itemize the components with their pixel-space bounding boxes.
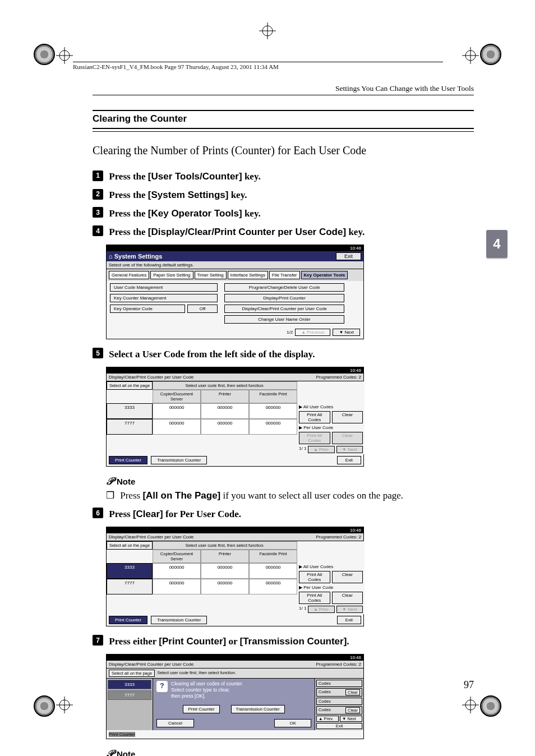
step-text: key.: [242, 208, 261, 219]
tab-paper-size[interactable]: Paper Size Setting: [150, 271, 193, 279]
page-indicator: 1/2: [287, 330, 293, 335]
clear-button[interactable]: Clear: [345, 689, 360, 695]
step-number-icon: 5: [93, 348, 103, 358]
user-code-row[interactable]: 7777: [107, 419, 153, 435]
binding-header: RussianC2-EN-sysF1_V4_FM.book Page 97 Th…: [73, 62, 443, 70]
print-all-codes-button[interactable]: Print All Codes: [299, 432, 330, 444]
registration-crosshair: [462, 47, 479, 64]
clear-button[interactable]: Clear: [345, 707, 360, 713]
step-ui-ref: [Print Counter]: [159, 636, 226, 647]
counter-value: 000000: [201, 579, 249, 594]
select-all-button[interactable]: Select all on the page: [109, 670, 155, 677]
next-button[interactable]: ▼ Next: [340, 716, 362, 722]
select-all-button[interactable]: Select all on the page: [107, 381, 153, 390]
note-body: ❒ Press [All on The Page] if you want to…: [106, 490, 474, 503]
dialog-message: Clearing all user codes of counter.: [171, 681, 243, 687]
print-counter-button[interactable]: Print Counter: [183, 705, 219, 713]
screenshot-counter-per-user: 10:48 Display/Clear/Print Counter per Us…: [106, 367, 364, 467]
tab-general-features[interactable]: General Features: [109, 271, 149, 279]
user-code-row[interactable]: 7777: [108, 690, 151, 700]
step-text: Press the: [109, 190, 148, 200]
exit-button[interactable]: Exit: [316, 723, 362, 729]
next-button[interactable]: ▼ Next: [336, 606, 363, 613]
tab-file-transfer[interactable]: File Transfer: [269, 271, 299, 279]
note-text: Press: [120, 490, 142, 501]
clear-button[interactable]: Clear: [332, 592, 363, 604]
user-code-row-selected[interactable]: 3333: [108, 680, 151, 689]
next-button[interactable]: ▼ Next: [336, 446, 363, 453]
registration-target-tr: [480, 44, 501, 65]
cancel-button[interactable]: Cancel: [156, 719, 194, 727]
counter-value: 000000: [249, 403, 297, 419]
col-header: Copier/Document Server: [153, 390, 201, 403]
prev-button[interactable]: ▲ Prev.: [308, 606, 334, 613]
clock-text: 10:48: [350, 655, 361, 660]
col-header: Copier/Document Server: [153, 550, 201, 563]
counter-value: 000000: [201, 403, 249, 419]
step-text: for Per User Code.: [163, 509, 241, 519]
setting-display-print-counter[interactable]: Display/Print Counter: [224, 294, 344, 302]
step-ui-ref: [System Settings]: [148, 190, 229, 200]
setting-value-off: Off: [187, 305, 218, 313]
registration-crosshair: [56, 47, 73, 64]
print-all-codes-button[interactable]: Print All Codes: [299, 571, 330, 583]
exit-button[interactable]: Exit: [336, 252, 361, 260]
subtitle: Clearing the Number of Prints (Counter) …: [93, 144, 474, 157]
step-ui-ref: [Display/Clear/Print Counter per User Co…: [148, 227, 346, 237]
prev-button[interactable]: ▲ Prev.: [308, 446, 334, 453]
registration-target-br: [480, 695, 501, 717]
step-number-icon: 1: [93, 170, 103, 181]
hint-text: Select user code first, then select func…: [155, 670, 361, 677]
print-counter-button[interactable]: Print Counter: [109, 732, 135, 737]
programmed-codes-label: Programmed Codes:: [316, 375, 358, 380]
setting-key-counter-mgmt[interactable]: Key Counter Management: [110, 294, 218, 302]
print-counter-button[interactable]: Print Counter: [109, 456, 147, 464]
codes-label: Codes: [319, 699, 331, 704]
tab-key-operator-tools[interactable]: Key Operator Tools: [301, 271, 348, 279]
transmission-counter-button[interactable]: Transmission Counter: [231, 705, 285, 713]
step-text: or: [226, 636, 239, 647]
user-code-row[interactable]: 7777: [107, 579, 153, 594]
exit-button[interactable]: Exit: [337, 616, 361, 624]
step-text: key.: [242, 171, 261, 182]
step-6: 6 Press [Clear] for Per User Code.: [93, 508, 474, 521]
programmed-codes-value: 2: [359, 375, 361, 380]
ok-button[interactable]: OK: [274, 719, 311, 727]
print-counter-button[interactable]: Print Counter: [109, 616, 147, 624]
print-all-codes-button[interactable]: Print All Codes: [299, 411, 330, 423]
programmed-codes-label: Programmed Codes:: [316, 534, 358, 540]
screenshot-system-settings: 10:48 ⌂ System Settings Exit Select one …: [106, 245, 364, 339]
setting-program-change-delete[interactable]: Program/Change/Delete User Code: [224, 283, 344, 292]
step-number-icon: 2: [93, 189, 103, 200]
clear-button[interactable]: Clear: [332, 411, 363, 423]
screenshot-counter-per-user-selected: 10:48 Display/Clear/Print Counter per Us…: [106, 527, 364, 626]
setting-change-user-name-order[interactable]: Change User Name Order: [224, 315, 344, 324]
select-all-button[interactable]: Select all on the page: [107, 541, 153, 550]
setting-display-clear-print-per-user[interactable]: Display/Clear/Print Counter per User Cod…: [224, 305, 344, 313]
transmission-counter-button[interactable]: Transmission Counter: [151, 616, 207, 624]
note-text: if you want to select all user codes on …: [220, 490, 403, 501]
print-all-codes-button[interactable]: Print All Codes: [299, 592, 330, 604]
screenshot-clear-counter-dialog: 10:48 Display/Clear/Print Counter per Us…: [106, 654, 364, 739]
home-icon: ⌂: [109, 253, 113, 260]
setting-user-code-mgmt[interactable]: User Code Management: [110, 283, 218, 292]
clear-button[interactable]: Clear: [332, 571, 363, 583]
tab-timer[interactable]: Timer Setting: [195, 271, 227, 279]
section-title: Clearing the Counter: [93, 113, 474, 125]
next-button[interactable]: ▼ Next: [333, 329, 360, 336]
step-text: Press the: [109, 208, 148, 219]
counter-value: 000000: [153, 403, 201, 419]
note-label: Note: [117, 477, 135, 486]
tab-interface[interactable]: Interface Settings: [228, 271, 268, 279]
step-text: key.: [346, 227, 365, 237]
prev-button[interactable]: ▲ Prev.: [316, 716, 339, 722]
col-header: Printer: [201, 550, 249, 563]
transmission-counter-button[interactable]: Transmission Counter: [151, 456, 207, 464]
clear-button[interactable]: Clear: [332, 432, 363, 444]
setting-key-operator-code[interactable]: Key Operator Code: [110, 305, 185, 313]
user-code-row[interactable]: 3333: [107, 403, 153, 419]
exit-button[interactable]: Exit: [337, 456, 361, 464]
previous-button[interactable]: ▲ Previous: [295, 329, 330, 336]
window-title: System Settings: [114, 253, 163, 260]
user-code-row-selected[interactable]: 3333: [107, 563, 153, 579]
